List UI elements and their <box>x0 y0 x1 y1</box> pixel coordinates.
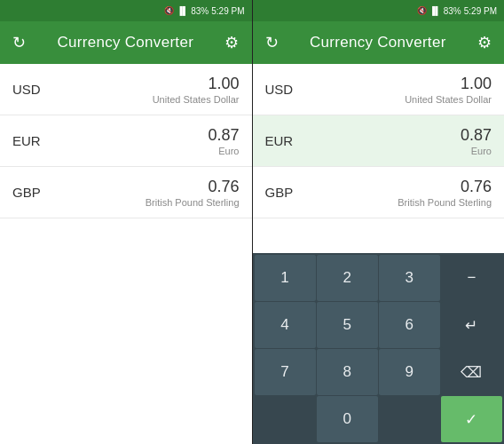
left-eur-code: EUR <box>12 133 48 148</box>
left-usd-value-block: 1.00 United States Dollar <box>153 75 240 105</box>
keyboard-grid: 1 2 3 − 4 5 6 ↵ 7 8 9 ⌫ 0 ✓ <box>255 255 503 442</box>
key-empty-right <box>379 396 440 442</box>
key-4[interactable]: 4 <box>255 302 316 348</box>
right-usd-value-block: 1.00 United States Dollar <box>405 75 492 105</box>
left-status-bar: 🔇 ▐▌ 83% 5:29 PM <box>0 0 252 21</box>
key-9[interactable]: 9 <box>379 349 440 395</box>
right-app-header: ↻ Currency Converter ⚙ <box>253 21 505 64</box>
right-battery-text: 83% <box>444 6 461 16</box>
left-app-header: ↻ Currency Converter ⚙ <box>0 21 252 64</box>
right-usd-code: USD <box>265 82 301 97</box>
left-status-icons: 🔇 ▐▌ 83% 5:29 PM <box>164 6 244 16</box>
left-row-eur[interactable]: EUR 0.87 Euro <box>0 115 252 167</box>
left-time-text: 5:29 PM <box>211 6 244 16</box>
key-8[interactable]: 8 <box>317 349 378 395</box>
left-battery-text: 83% <box>191 6 209 16</box>
left-mute-icon: 🔇 <box>164 6 174 15</box>
right-row-gbp[interactable]: GBP 0.76 British Pound Sterling <box>253 167 505 218</box>
key-5[interactable]: 5 <box>317 302 378 348</box>
right-signal-icon: ▐▌ <box>429 6 441 15</box>
left-header-title: Currency Converter <box>57 34 193 52</box>
right-header-title: Currency Converter <box>310 34 446 52</box>
key-0[interactable]: 0 <box>317 396 378 442</box>
right-mute-icon: 🔇 <box>417 6 427 15</box>
left-eur-name: Euro <box>208 146 239 156</box>
left-currency-list: USD 1.00 United States Dollar EUR 0.87 E… <box>0 64 252 444</box>
right-gbp-amount: 0.76 <box>398 178 492 196</box>
right-panel: 🔇 ▐▌ 83% 5:29 PM ↻ Currency Converter ⚙ … <box>253 0 505 444</box>
left-gbp-code: GBP <box>12 185 48 200</box>
left-settings-icon[interactable]: ⚙ <box>224 33 239 52</box>
right-eur-name: Euro <box>461 146 492 156</box>
left-eur-amount: 0.87 <box>208 126 239 145</box>
right-usd-amount: 1.00 <box>405 75 492 93</box>
key-2[interactable]: 2 <box>317 255 378 301</box>
right-row-usd[interactable]: USD 1.00 United States Dollar <box>253 64 505 115</box>
key-7[interactable]: 7 <box>255 349 316 395</box>
left-refresh-icon[interactable]: ↻ <box>12 33 26 52</box>
left-gbp-name: British Pound Sterling <box>146 197 240 208</box>
key-minus[interactable]: − <box>441 255 502 301</box>
keyboard: 1 2 3 − 4 5 6 ↵ 7 8 9 ⌫ 0 ✓ <box>253 253 505 444</box>
right-refresh-icon[interactable]: ↻ <box>265 33 279 52</box>
left-gbp-amount: 0.76 <box>146 178 240 196</box>
right-currency-list: USD 1.00 United States Dollar EUR 0.87 E… <box>253 64 505 253</box>
right-eur-amount: 0.87 <box>461 126 492 145</box>
right-status-bar: 🔇 ▐▌ 83% 5:29 PM <box>253 0 505 21</box>
right-gbp-value-block: 0.76 British Pound Sterling <box>398 178 492 208</box>
key-3[interactable]: 3 <box>379 255 440 301</box>
right-usd-name: United States Dollar <box>405 94 492 105</box>
key-enter[interactable]: ↵ <box>441 302 502 348</box>
left-gbp-value-block: 0.76 British Pound Sterling <box>146 178 240 208</box>
right-settings-icon[interactable]: ⚙ <box>477 33 492 52</box>
left-row-gbp[interactable]: GBP 0.76 British Pound Sterling <box>0 167 252 218</box>
key-empty-left <box>255 396 316 442</box>
key-backspace[interactable]: ⌫ <box>441 349 502 395</box>
right-gbp-name: British Pound Sterling <box>398 197 492 208</box>
left-usd-code: USD <box>12 82 48 97</box>
right-time-text: 5:29 PM <box>464 6 497 16</box>
right-row-eur[interactable]: EUR 0.87 Euro <box>253 115 505 167</box>
right-gbp-code: GBP <box>265 185 301 200</box>
right-status-icons: 🔇 ▐▌ 83% 5:29 PM <box>417 6 497 16</box>
left-usd-amount: 1.00 <box>153 75 240 93</box>
right-eur-value-block: 0.87 Euro <box>461 126 492 156</box>
key-1[interactable]: 1 <box>255 255 316 301</box>
left-eur-value-block: 0.87 Euro <box>208 126 239 156</box>
left-signal-icon: ▐▌ <box>177 6 188 15</box>
right-eur-code: EUR <box>265 133 301 148</box>
key-6[interactable]: 6 <box>379 302 440 348</box>
left-usd-name: United States Dollar <box>153 94 240 105</box>
left-panel: 🔇 ▐▌ 83% 5:29 PM ↻ Currency Converter ⚙ … <box>0 0 252 444</box>
key-confirm[interactable]: ✓ <box>441 396 502 442</box>
left-row-usd[interactable]: USD 1.00 United States Dollar <box>0 64 252 115</box>
